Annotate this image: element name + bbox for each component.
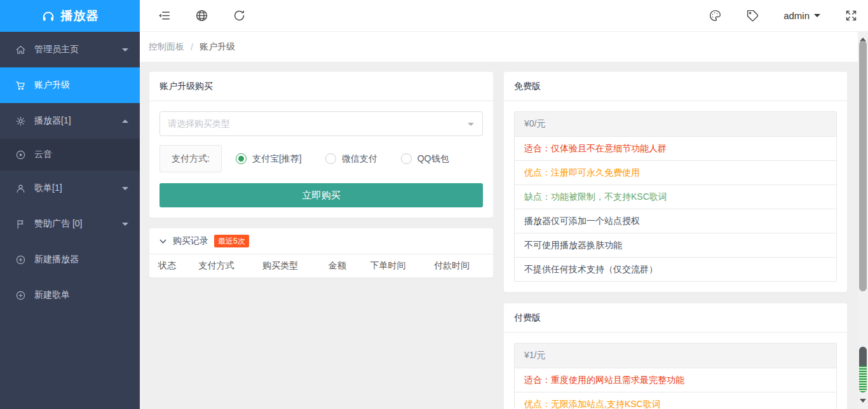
select-placeholder: 请选择购买类型 [168,118,230,128]
payment-method-label: 支付方式: [159,145,222,172]
play-circle-icon [15,149,26,160]
column-status: 状态 [158,260,199,272]
plan-feature: 不提供任何技术支持（仅交流群） [515,257,836,281]
sidebar-item-new-player[interactable]: 新建播放器 [0,242,140,277]
radio-circle [325,153,336,164]
column-pay-method: 支付方式 [199,260,263,272]
sidebar-item-new-playlist[interactable]: 新建歌单 [0,277,140,313]
radio-wechat-pay[interactable]: 微信支付 [325,153,377,165]
globe-icon[interactable] [195,9,208,22]
chevron-down-icon [468,123,474,129]
scroll-down-arrow-icon[interactable] [860,399,866,406]
fullscreen-icon[interactable] [844,9,858,22]
plus-circle-icon [15,254,26,265]
sidebar-item-account-upgrade[interactable]: 账户升级 [0,67,140,103]
chevron-down-icon [122,187,128,193]
scrollbar-thumb[interactable] [859,41,867,291]
sidebar-item-label: 管理员主页 [34,44,79,55]
records-header[interactable]: 购买记录 最近5次 [149,228,493,254]
breadcrumb: 控制面板 / 账户升级 [140,32,858,62]
radio-circle [401,153,412,164]
username: admin [783,10,810,21]
cart-icon [15,80,26,91]
plan-price: ¥0/元 [515,112,836,136]
radio-label: 微信支付 [342,153,377,165]
scrollbar-stripes [859,366,867,392]
plan-price: ¥1/元 [515,343,836,368]
paid-plan-title: 付费版 [504,303,847,333]
plan-feature: 播放器仅可添加一个站点授权 [515,209,836,233]
chevron-down-icon [122,223,128,229]
topbar-right: admin [709,9,858,22]
chevron-down-icon [122,48,128,55]
sidebar-item-sponsor-ads[interactable]: 赞助广告 [0] [0,206,140,242]
sidebar-item-label: 歌单[1] [34,183,62,194]
purchase-records-card: 购买记录 最近5次 状态 支付方式 购买类型 金额 下单时间 付款时间 [149,228,494,278]
plan-feature: 优点：注册即可永久免费使用 [515,160,836,184]
plus-circle-icon [15,290,26,301]
sidebar: 播放器 管理员主页 账户升级 播放器[1] 云音 [0,0,140,409]
payment-radio-group: 支付宝[推荐] 微信支付 QQ钱包 [236,153,449,165]
sidebar-subitem-cloud-music[interactable]: 云音 [0,139,140,170]
breadcrumb-separator: / [191,42,193,52]
purchase-card: 账户升级购买 请选择购买类型 支付方式: 支付宝[推荐] [149,71,494,218]
topbar-left [158,9,246,22]
column-purchase-type: 购买类型 [262,260,329,272]
plan-feature: 优点：无限添加站点,支持KSC歌词 [515,392,836,409]
sidebar-item-label: 账户升级 [34,80,70,91]
chevron-down-icon [159,237,167,246]
records-title: 购买记录 [173,235,208,247]
sidebar-item-admin-home[interactable]: 管理员主页 [0,32,140,67]
tag-icon[interactable] [746,9,759,22]
plan-feature: 缺点：功能被限制，不支持KSC歌词 [515,184,836,209]
palette-icon[interactable] [709,9,722,22]
app-title: 播放器 [61,8,99,24]
breadcrumb-home[interactable]: 控制面板 [149,41,184,53]
plan-feature: 适合：重度使用的网站且需求最完整功能 [515,368,836,392]
sidebar-item-player[interactable]: 播放器[1] [0,103,140,139]
sidebar-item-label: 新建播放器 [34,254,79,265]
radio-label: 支付宝[推荐] [252,153,302,165]
purchase-card-title: 账户升级购买 [149,72,493,101]
sidebar-item-label: 新建歌单 [34,289,70,301]
vertical-scrollbar[interactable] [858,32,868,409]
collapse-menu-icon[interactable] [158,9,171,22]
records-table-header: 状态 支付方式 购买类型 金额 下单时间 付款时间 [149,254,493,277]
headphones-icon [41,9,55,23]
refresh-icon[interactable] [233,9,246,22]
home-icon [15,45,26,55]
sidebar-item-label: 云音 [34,149,52,160]
payment-method-row: 支付方式: 支付宝[推荐] 微信支付 QQ钱包 [159,145,483,172]
breadcrumb-current: 账户升级 [200,41,235,53]
sidebar-item-label: 赞助广告 [0] [34,218,82,230]
chevron-up-icon [122,116,128,123]
free-plan-card: 免费版 ¥0/元 适合：仅体验且不在意细节功能人群 优点：注册即可永久免费使用 … [503,71,848,293]
flag-icon [15,219,26,230]
column-amount: 金额 [329,260,370,272]
chevron-down-icon [814,14,820,20]
free-plan-title: 免费版 [504,72,847,101]
sidebar-item-playlist[interactable]: 歌单[1] [0,170,140,206]
user-menu[interactable]: admin [783,10,820,21]
plan-feature: 适合：仅体验且不在意细节功能人群 [515,136,836,160]
column-order-time: 下单时间 [370,260,434,272]
radio-label: QQ钱包 [417,153,449,165]
radio-alipay[interactable]: 支付宝[推荐] [236,153,302,165]
paid-plan-list: ¥1/元 适合：重度使用的网站且需求最完整功能 优点：无限添加站点,支持KSC歌… [514,343,837,409]
topbar: admin [140,0,868,32]
buy-now-button[interactable]: 立即购买 [159,183,483,207]
plan-feature: 不可使用播放器换肤功能 [515,233,836,257]
radio-qq-wallet[interactable]: QQ钱包 [401,153,449,165]
sidebar-menu: 管理员主页 账户升级 播放器[1] 云音 歌单[1] [0,32,140,313]
purchase-type-select[interactable]: 请选择购买类型 [159,111,483,136]
column-pay-time: 付款时间 [434,260,484,272]
sidebar-item-label: 播放器[1] [34,115,71,127]
scrollbar-thumb-secondary[interactable] [859,347,867,392]
main-content: 账户升级购买 请选择购买类型 支付方式: 支付宝[推荐] [140,62,858,409]
recent-count-badge: 最近5次 [214,235,249,247]
gear-icon [15,116,26,127]
free-plan-list: ¥0/元 适合：仅体验且不在意细节功能人群 优点：注册即可永久免费使用 缺点：功… [514,111,837,282]
paid-plan-card: 付费版 ¥1/元 适合：重度使用的网站且需求最完整功能 优点：无限添加站点,支持… [503,303,848,409]
app-logo: 播放器 [0,0,140,32]
user-icon [15,183,26,194]
